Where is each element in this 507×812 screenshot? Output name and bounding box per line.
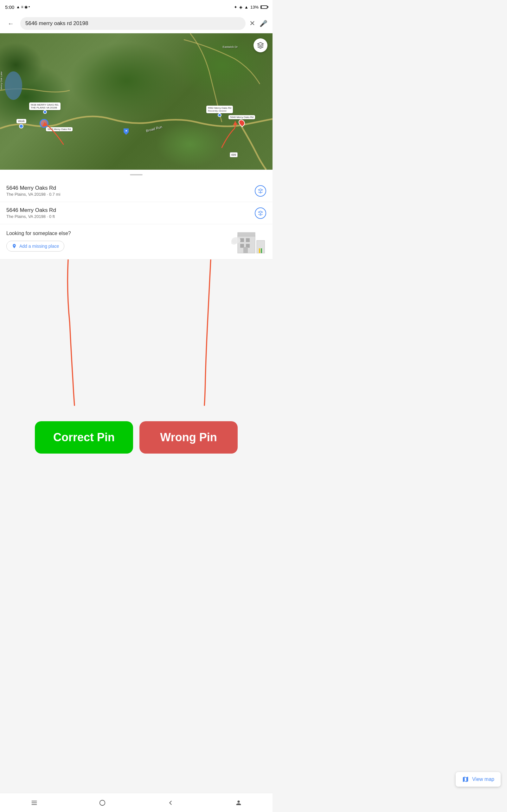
- lake-label: Merry Oak Lake: [0, 71, 3, 90]
- eastwick-label: Eastwick Dr: [222, 45, 238, 49]
- location-pin-icon: [12, 244, 17, 249]
- correct-pin-button[interactable]: Correct Pin: [35, 421, 133, 454]
- result-title-2: 5646 Merry Oaks Rd: [6, 207, 255, 213]
- result-content-2: 5646 Merry Oaks Rd The Plains, VA 20198 …: [6, 207, 255, 219]
- navigate-icon-1: [258, 189, 263, 194]
- svg-rect-3: [238, 233, 255, 236]
- menu-icon: [31, 799, 38, 806]
- result-arrow-1[interactable]: [255, 185, 266, 197]
- pin-5646-left[interactable]: 5646 Merry Oaks Rd: [46, 127, 72, 131]
- svg-rect-11: [261, 248, 262, 253]
- pin-5638[interactable]: 5638 MERRY OAKS RD,THE PLAINS VA 20198: [29, 102, 60, 114]
- mic-button[interactable]: 🎤: [260, 20, 268, 27]
- map-terrain: [0, 33, 273, 170]
- annotation-section: [0, 259, 273, 412]
- svg-rect-16: [32, 804, 37, 805]
- bottom-space: [0, 463, 273, 622]
- wrong-pin-button[interactable]: Wrong Pin: [139, 421, 238, 454]
- work-pin[interactable]: Work: [16, 119, 26, 129]
- navigate-icon-2: [258, 211, 263, 216]
- user-avatar-pin: [40, 119, 49, 128]
- result-subtitle-2: The Plains, VA 20198 · 0 ft: [6, 214, 255, 219]
- status-left: 5:00 ▲ ≡ ◉ •: [5, 4, 30, 10]
- time: 5:00: [5, 4, 14, 10]
- looking-title: Looking for someplace else?: [6, 231, 266, 236]
- looking-section: Looking for someplace else? Add a missin…: [0, 224, 273, 259]
- signal-icon: ✦: [234, 5, 237, 9]
- status-bar: 5:00 ▲ ≡ ◉ • ✦ ◈ ▲ 13%: [0, 0, 273, 14]
- layer-toggle-button[interactable]: [253, 38, 268, 52]
- drag-handle[interactable]: [130, 174, 143, 175]
- back-button[interactable]: ←: [5, 18, 16, 29]
- svg-rect-14: [32, 801, 37, 801]
- result-title-1: 5646 Merry Oaks Rd: [6, 185, 255, 191]
- svg-rect-4: [240, 238, 244, 242]
- wifi-icon: ▲: [244, 5, 248, 9]
- map-lake: [5, 71, 22, 100]
- svg-rect-8: [243, 247, 248, 253]
- back-icon: [167, 799, 174, 806]
- nav-back-button[interactable]: [161, 797, 180, 809]
- search-bar: ← 5646 merry oaks rd 20198 ✕ 🎤: [0, 14, 273, 33]
- blue-flag-icon: ⚑: [124, 129, 129, 135]
- action-buttons: Correct Pin Wrong Pin: [0, 412, 273, 463]
- result-item-1[interactable]: 5646 Merry Oaks Rd The Plains, VA 20198 …: [0, 180, 273, 202]
- svg-rect-5: [246, 238, 250, 242]
- pin-5638-dot: [43, 110, 47, 114]
- search-input-container[interactable]: 5646 merry oaks rd 20198: [20, 17, 245, 30]
- nav-person-button[interactable]: [229, 797, 248, 809]
- search-actions: ✕ 🎤: [249, 19, 268, 28]
- clear-button[interactable]: ✕: [249, 19, 255, 28]
- battery-percent: 13%: [250, 5, 259, 9]
- building-illustration: [231, 229, 266, 256]
- work-pin-dot: [19, 124, 23, 129]
- pin-5646-main-label: 5646 Merry Oaks Rd: [228, 115, 255, 119]
- svg-rect-9: [257, 241, 265, 253]
- pin-5646-left-label: 5646 Merry Oaks Rd: [46, 127, 72, 131]
- person-icon: [235, 799, 242, 806]
- building-svg: [231, 229, 266, 255]
- pin-5592-label: 5592 Merry Oaks RdRecently viewed: [206, 106, 233, 113]
- result-subtitle-1: The Plains, VA 20198 · 0.7 mi: [6, 192, 255, 197]
- svg-rect-10: [259, 248, 260, 253]
- blue-flag-pin[interactable]: ⚑: [124, 129, 129, 135]
- pin-5638-label: 5638 MERRY OAKS RD,THE PLAINS VA 20198: [29, 102, 60, 110]
- battery-bar: [261, 5, 268, 9]
- user-avatar: [40, 119, 49, 128]
- layers-icon: [257, 42, 264, 49]
- add-missing-place-button[interactable]: Add a missing place: [6, 241, 64, 252]
- pin-5646-main[interactable]: 5646 Merry Oaks Rd: [228, 115, 255, 126]
- home-icon: [99, 799, 106, 806]
- signal-icons: ▲ ≡ ◉ •: [16, 5, 30, 9]
- work-pin-label: Work: [16, 119, 26, 123]
- result-arrow-2[interactable]: [255, 207, 266, 219]
- status-right: ✦ ◈ ▲ 13%: [234, 5, 268, 9]
- nav-home-button[interactable]: [93, 797, 112, 809]
- annotation-arrows-svg: [0, 259, 273, 412]
- svg-point-17: [100, 800, 105, 805]
- route-shield: 699: [230, 152, 238, 157]
- bottom-navigation: [0, 793, 273, 812]
- pin-5646-main-icon: [228, 119, 255, 126]
- add-place-label: Add a missing place: [19, 244, 59, 249]
- pin-5592-dot: [218, 113, 222, 117]
- svg-rect-15: [32, 803, 37, 803]
- search-query: 5646 merry oaks rd 20198: [25, 20, 240, 27]
- battery-fill: [261, 6, 262, 8]
- location-icon: ◈: [239, 5, 242, 9]
- results-section: 5646 Merry Oaks Rd The Plains, VA 20198 …: [0, 180, 273, 259]
- drag-handle-container: [0, 170, 273, 180]
- result-item-2[interactable]: 5646 Merry Oaks Rd The Plains, VA 20198 …: [0, 202, 273, 224]
- result-content-1: 5646 Merry Oaks Rd The Plains, VA 20198 …: [6, 185, 255, 197]
- map-view[interactable]: Merry Oak Lake Broad Run Eastwick Dr Wor…: [0, 33, 273, 170]
- nav-menu-button[interactable]: [25, 797, 44, 809]
